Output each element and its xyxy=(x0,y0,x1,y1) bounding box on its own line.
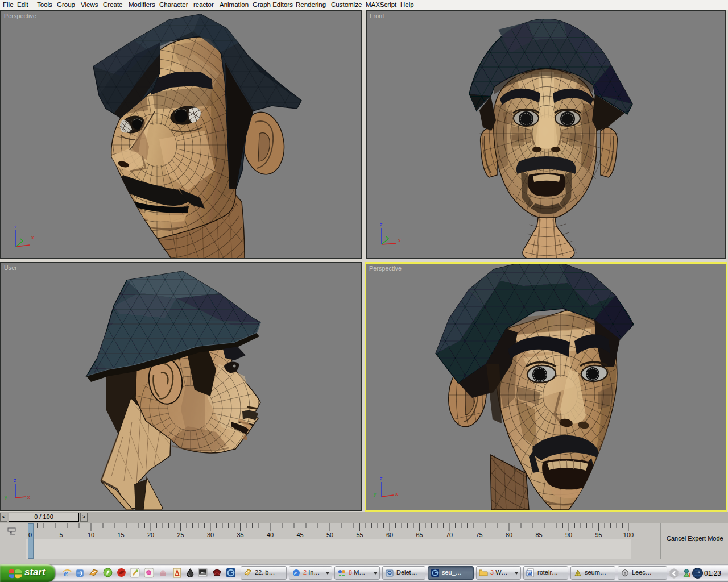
svg-text:y: y xyxy=(5,494,7,500)
svg-text:z: z xyxy=(14,224,17,230)
svg-text:15: 15 xyxy=(117,531,124,538)
svg-text:45: 45 xyxy=(296,531,303,538)
svg-text:75: 75 xyxy=(475,531,482,538)
svg-text:x: x xyxy=(395,491,398,497)
svg-text:z: z xyxy=(380,476,383,481)
svg-text:90: 90 xyxy=(565,531,572,538)
svg-text:40: 40 xyxy=(267,531,274,538)
svg-text:5: 5 xyxy=(59,531,63,538)
svg-text:50: 50 xyxy=(326,531,333,538)
svg-text:W: W xyxy=(528,571,532,576)
svg-text:10: 10 xyxy=(88,531,94,538)
svg-text:30: 30 xyxy=(207,531,214,538)
svg-text:70: 70 xyxy=(446,531,453,538)
svg-text:z: z xyxy=(380,222,383,227)
svg-text:y: y xyxy=(374,491,377,497)
svg-text:25: 25 xyxy=(177,531,184,538)
svg-text:x: x xyxy=(27,494,30,500)
svg-text:x: x xyxy=(398,238,401,243)
svg-text:35: 35 xyxy=(237,531,243,538)
svg-text:85: 85 xyxy=(535,531,542,538)
svg-text:20: 20 xyxy=(147,531,154,538)
svg-text:e: e xyxy=(294,569,297,576)
svg-text:100: 100 xyxy=(623,531,634,538)
svg-text:80: 80 xyxy=(506,531,512,538)
svg-text:55: 55 xyxy=(356,531,363,538)
svg-text:65: 65 xyxy=(416,531,423,538)
svg-text:x: x xyxy=(31,235,34,240)
svg-text:z: z xyxy=(14,477,16,483)
svg-text:95: 95 xyxy=(595,531,602,538)
svg-text:60: 60 xyxy=(386,531,393,538)
